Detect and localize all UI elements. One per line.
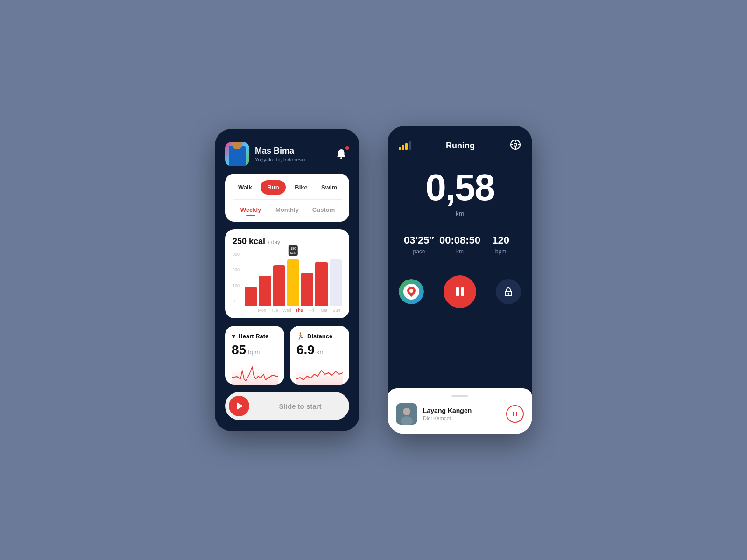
distance-number: 6.9 [296,343,315,357]
lock-button[interactable] [496,279,521,304]
music-pause-icon [513,412,517,416]
profile-location: Yogyakarta, Indonesia [255,157,305,162]
avatar-figure [229,146,246,166]
left-phone: Mas Bima Yogyakarta, Indonesia Walk Run … [215,129,359,431]
avatar [225,142,249,166]
profile-header: Mas Bima Yogyakarta, Indonesia [225,142,349,166]
settings-icon[interactable] [510,139,521,152]
activity-walk[interactable]: Walk [233,180,258,195]
pace-label: pace [399,248,439,255]
bar-sat [315,262,327,306]
profile-text: Mas Bima Yogyakarta, Indonesia [255,146,305,162]
svg-point-2 [514,143,517,146]
map-button[interactable] [399,279,424,304]
calorie-period: / day [268,239,280,245]
activity-swim[interactable]: Swim [317,180,342,195]
distance-title: Distance [307,333,332,340]
running-header: Runing [399,139,521,152]
bar-sun-light [330,259,342,306]
avatar-head [232,142,242,149]
pause-icon [456,287,464,296]
day-mon: Mon [257,308,268,313]
distance-value: 6.9 km [296,343,343,357]
time-label: km [439,248,480,255]
bpm-label: bpm [480,248,521,255]
activity-bike[interactable]: Bike [289,180,314,195]
heart-rate-card: ♥ Heart Rate 85 bpm [225,326,284,385]
time-stat: 00:08:50 km [439,234,480,255]
right-phone: Runing 0,58 km 03′25″ pace [388,126,532,434]
heart-rate-number: 85 [232,343,246,357]
svg-point-10 [508,293,509,294]
svg-point-0 [340,157,342,159]
signal-bar-3 [405,143,408,150]
signal-bar-1 [399,147,401,150]
signal-bar-4 [409,141,411,150]
bell-icon[interactable] [333,146,349,162]
pace-stat: 03′25″ pace [399,234,439,255]
chart-label-300: 300 [233,252,240,257]
distance-unit: km [317,349,324,356]
chart-y-labels: 300 200 100 0 [233,252,240,313]
signal-bar-2 [402,145,404,150]
running-controls [399,275,521,308]
chart-label-100: 100 [233,283,240,288]
calorie-value: 250 kcal [233,237,265,246]
running-distance-unit: km [399,210,521,217]
heart-icon: ♥ [232,332,235,340]
heart-rate-value: 85 bpm [232,343,278,357]
svg-point-13 [403,408,410,415]
bar-thu-yellow: 180kcal [287,259,299,306]
running-distance-value: 0,58 [399,169,521,206]
bar-mon [245,287,257,306]
music-handle [451,395,468,397]
profile-info: Mas Bima Yogyakarta, Indonesia [225,142,305,166]
distance-wave-bg [296,368,343,385]
slide-start-button[interactable]: Slide to start [225,392,349,420]
bell-notification-dot [345,146,349,150]
music-pause-bar-left [513,412,514,416]
svg-point-8 [409,289,413,293]
bar-wed-red [273,265,285,306]
chart-card: 250 kcal / day 300 200 100 0 [225,229,349,318]
day-tue: Tue [269,308,280,313]
chart-bars-wrapper: 180kcal Mon Tue Wed [245,252,342,313]
chart-days: Mon Tue Wed Thu Fri Sat Sun [257,308,342,313]
period-custom[interactable]: Custom [305,204,342,215]
stats-row: ♥ Heart Rate 85 bpm 🏃 Distance 6.9 [225,326,349,385]
running-stats: 03′25″ pace 00:08:50 km 120 bpm [399,234,521,255]
bar-wed [273,265,285,306]
heart-wave-bg [232,368,278,385]
map-icon [399,279,424,304]
day-sat: Sat [319,308,330,313]
bar-fri-red [301,273,313,306]
period-monthly[interactable]: Monthly [269,204,305,215]
music-panel: Layang Kangen Didi Kempot [388,388,532,434]
bpm-value: 120 [480,234,521,246]
slide-label: Slide to start [255,402,345,410]
slide-play-button[interactable] [229,396,249,416]
pause-button[interactable] [444,275,476,308]
bar-sun [330,259,342,306]
period-weekly[interactable]: Weekly [233,204,269,215]
distance-card: 🏃 Distance 6.9 km [290,326,349,385]
chart-label-200: 200 [233,267,240,272]
heart-rate-unit: bpm [248,349,260,356]
bar-sat-red [315,262,327,306]
activity-types: Walk Run Bike Swim [233,180,342,195]
activity-run[interactable]: Run [261,180,286,195]
heart-wave-area [232,361,278,385]
running-title: Runing [446,141,475,151]
day-fri: Fri [306,308,317,313]
pause-bar-right [461,287,464,296]
bar-thu: 180kcal [287,259,299,306]
pace-value: 03′25″ [399,234,439,246]
lock-icon [503,287,514,297]
heart-rate-header: ♥ Heart Rate [232,332,278,340]
music-row: Layang Kangen Didi Kempot [396,403,524,425]
period-tabs: Weekly Monthly Custom [233,199,342,215]
music-pause-button[interactable] [506,405,524,423]
activity-card: Walk Run Bike Swim Weekly Monthly Custom [225,174,349,222]
profile-name: Mas Bima [255,146,305,156]
phone-right-inner: Runing 0,58 km 03′25″ pace [388,126,532,388]
